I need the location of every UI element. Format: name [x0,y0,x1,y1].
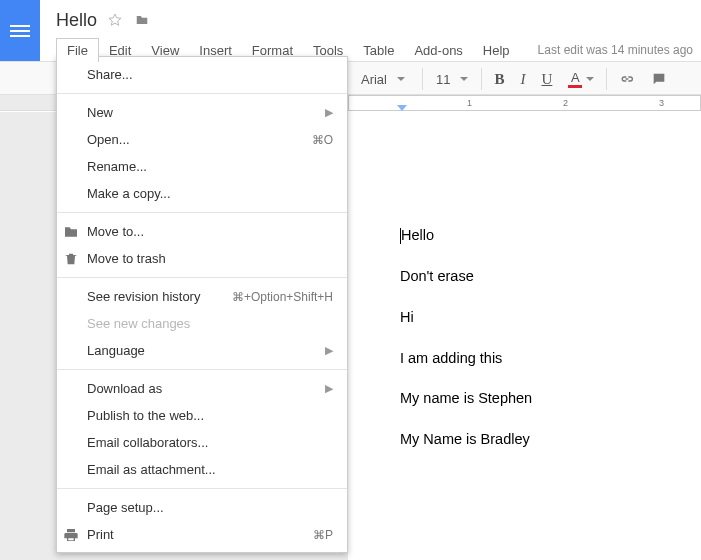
menu-item-open[interactable]: Open...⌘O [57,126,347,153]
font-select[interactable]: Arial [348,65,418,93]
menu-item-new[interactable]: New▶ [57,99,347,126]
menu-item-move-to[interactable]: Move to... [57,218,347,245]
text-color-label: A [571,71,580,84]
text-color-button[interactable]: A [560,65,602,93]
caret-icon [586,77,594,81]
submenu-arrow-icon: ▶ [325,106,333,119]
menu-help[interactable]: Help [473,39,520,62]
menu-item-make-copy[interactable]: Make a copy... [57,180,347,207]
indent-marker[interactable] [397,105,407,111]
caret-icon [460,77,468,81]
menu-separator [57,277,347,278]
doc-line[interactable]: I am adding this [400,349,701,368]
divider [606,68,607,90]
star-icon[interactable] [107,12,123,28]
file-menu-dropdown: Share... New▶ Open...⌘O Rename... Make a… [56,56,348,553]
menu-separator [57,93,347,94]
ruler-tick: 2 [563,98,568,108]
menu-item-email-attachment[interactable]: Email as attachment... [57,456,347,483]
doc-line[interactable]: My name is Stephen [400,389,701,408]
divider [422,68,423,90]
doc-line[interactable]: Hello [400,226,701,245]
doc-line[interactable]: Hi [400,308,701,327]
underline-button[interactable]: U [533,65,560,93]
menu-item-language[interactable]: Language▶ [57,337,347,364]
italic-button[interactable]: I [512,65,533,93]
submenu-arrow-icon: ▶ [325,344,333,357]
insert-comment-button[interactable] [643,65,675,93]
print-icon [63,527,79,543]
folder-icon[interactable] [133,13,151,27]
menu-addons[interactable]: Add-ons [404,39,472,62]
menu-item-download-as[interactable]: Download as▶ [57,375,347,402]
ruler-tick: 3 [659,98,664,108]
menu-item-rename[interactable]: Rename... [57,153,347,180]
menu-file[interactable]: File [56,38,99,62]
menu-icon [10,22,30,40]
font-size-select[interactable]: 11 [427,65,477,93]
folder-icon [63,224,79,240]
shortcut: ⌘O [312,133,333,147]
divider [481,68,482,90]
font-name: Arial [361,72,387,87]
menu-item-publish[interactable]: Publish to the web... [57,402,347,429]
color-bar [568,85,582,88]
comment-icon [651,71,667,87]
font-size: 11 [436,72,450,87]
ruler[interactable]: 1 2 3 [348,95,701,111]
caret-icon [397,77,405,81]
menu-item-revision-history[interactable]: See revision history⌘+Option+Shift+H [57,283,347,310]
shortcut: ⌘P [313,528,333,542]
shortcut: ⌘+Option+Shift+H [232,290,333,304]
document-page[interactable]: Hello Don't erase Hi I am adding this My… [348,112,701,560]
submenu-arrow-icon: ▶ [325,382,333,395]
docs-home-button[interactable] [0,0,40,61]
menu-item-share[interactable]: Share... [57,61,347,88]
last-edit-text[interactable]: Last edit was 14 minutes ago [538,43,693,57]
bold-button[interactable]: B [486,65,512,93]
document-title[interactable]: Hello [56,10,97,31]
menu-separator [57,488,347,489]
menu-separator [57,212,347,213]
menu-table[interactable]: Table [353,39,404,62]
trash-icon [63,251,79,267]
ruler-tick: 1 [467,98,472,108]
doc-line[interactable]: My Name is Bradley [400,430,701,449]
doc-line[interactable]: Don't erase [400,267,701,286]
menu-item-email-collaborators[interactable]: Email collaborators... [57,429,347,456]
menu-separator [57,369,347,370]
link-icon [619,71,635,87]
document-body[interactable]: Hello Don't erase Hi I am adding this My… [348,112,701,449]
menu-item-see-new-changes: See new changes [57,310,347,337]
menu-item-print[interactable]: Print⌘P [57,521,347,548]
menu-item-page-setup[interactable]: Page setup... [57,494,347,521]
insert-link-button[interactable] [611,65,643,93]
menu-item-move-to-trash[interactable]: Move to trash [57,245,347,272]
